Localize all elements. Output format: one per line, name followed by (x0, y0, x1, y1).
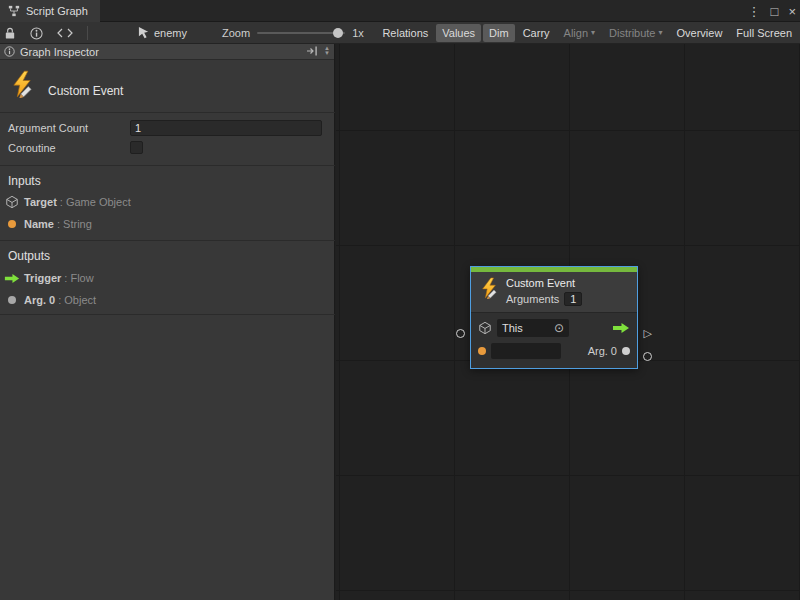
dock-right-icon[interactable] (306, 45, 318, 57)
coroutine-label: Coroutine (8, 142, 56, 154)
node-row-arg: Arg. 0 (478, 341, 630, 361)
divider (0, 112, 335, 113)
relations-label: Relations (382, 27, 428, 39)
target-dropdown[interactable]: This ⊙ (497, 319, 569, 337)
tab-script-graph[interactable]: Script Graph (0, 0, 100, 22)
object-picker-icon[interactable]: ⊙ (554, 322, 564, 334)
unity-script-graph-window: Script Graph ⋮ □ × enemy Zoom 1x (0, 0, 800, 600)
string-port-icon (0, 220, 24, 228)
input-row-name: Name : String (0, 216, 335, 232)
flow-arrow-icon (612, 322, 630, 334)
dim-label: Dim (489, 27, 509, 39)
object-port-icon (0, 296, 24, 304)
carry-label: Carry (523, 27, 550, 39)
custom-event-title: Custom Event (48, 84, 123, 98)
lock-icon[interactable] (4, 27, 16, 40)
target-value: This (502, 322, 523, 334)
argument-count-label: Argument Count (8, 122, 88, 134)
divider (0, 240, 335, 241)
zoom-label: Zoom (222, 27, 250, 39)
custom-event-node[interactable]: Custom Event Arguments 1 This ⊙ (470, 266, 638, 369)
output-row-trigger: Trigger : Flow (0, 270, 335, 286)
coroutine-checkbox[interactable] (130, 141, 143, 154)
port-type: : Flow (64, 272, 93, 284)
toolbar-buttons: Relations Values Dim Carry Align ▾ Distr… (376, 22, 798, 44)
window-controls: ⋮ □ × (748, 0, 796, 22)
chevron-down-icon: ▾ (659, 29, 663, 37)
port-type: : String (57, 218, 92, 230)
port-name: Target (24, 196, 57, 208)
tab-title: Script Graph (26, 5, 88, 17)
flow-output-port[interactable]: ▷ (644, 328, 652, 338)
input-row-target: Target : Game Object (0, 194, 335, 210)
trigger-output[interactable] (612, 322, 630, 334)
argument-count-input[interactable] (130, 120, 322, 136)
cube-icon (478, 321, 492, 335)
graph-canvas[interactable]: Custom Event Arguments 1 This ⊙ (336, 44, 800, 600)
info-icon (4, 46, 15, 57)
code-view-icon[interactable] (57, 28, 73, 38)
flow-arrow-icon (0, 273, 24, 284)
dim-button[interactable]: Dim (483, 24, 515, 42)
script-graph-icon (8, 5, 20, 17)
distribute-label: Distribute (609, 27, 655, 39)
name-input[interactable] (491, 343, 561, 359)
graph-inspector-title: Graph Inspector (20, 46, 99, 58)
values-button[interactable]: Values (436, 24, 481, 42)
divider (0, 165, 335, 166)
port-name: Trigger (24, 272, 61, 284)
arguments-value[interactable]: 1 (564, 292, 582, 306)
node-title: Custom Event (506, 277, 582, 289)
zoom-slider-handle[interactable] (333, 28, 343, 38)
zoom-control: Zoom 1x (222, 22, 364, 44)
align-label: Align (564, 27, 588, 39)
zoom-value: 1x (352, 27, 364, 39)
fullscreen-label: Full Screen (736, 27, 792, 39)
graph-name-group: enemy (138, 22, 187, 44)
toolbar-left-icons (4, 22, 88, 44)
info-toggle-icon[interactable] (30, 27, 43, 40)
align-button[interactable]: Align ▾ (558, 24, 601, 42)
graph-inspector-panel: Graph Inspector ▲ ▼ Custom Event Argumen… (0, 44, 335, 600)
close-icon[interactable]: × (788, 4, 796, 19)
port-type: : Object (58, 294, 96, 306)
inspector-header-controls: ▲ ▼ (306, 45, 330, 57)
value-output-port[interactable] (643, 352, 652, 361)
node-row-target: This ⊙ (478, 318, 630, 338)
spin-down-icon[interactable]: ▼ (324, 51, 330, 56)
flow-input-port[interactable] (456, 329, 465, 338)
maximize-icon[interactable]: □ (771, 4, 779, 19)
arg0-label: Arg. 0 (588, 345, 617, 357)
port-name: Arg. 0 (24, 294, 55, 306)
arguments-label: Arguments (506, 293, 559, 305)
port-type: : Game Object (60, 196, 131, 208)
cube-icon (0, 195, 24, 209)
divider (0, 314, 335, 315)
distribute-button[interactable]: Distribute ▾ (603, 24, 668, 42)
custom-event-header: Custom Event (0, 60, 334, 112)
object-port-icon[interactable] (622, 347, 630, 355)
graph-toolbar: enemy Zoom 1x Relations Values Dim Carry (0, 22, 800, 44)
port-name: Name (24, 218, 54, 230)
graph-inspector-header: Graph Inspector ▲ ▼ (0, 44, 334, 60)
chevron-down-icon: ▾ (591, 29, 595, 37)
toolbar-separator (87, 26, 88, 40)
node-header[interactable]: Custom Event Arguments 1 (471, 272, 637, 312)
output-row-arg0: Arg. 0 : Object (0, 292, 335, 308)
arg0-output: Arg. 0 (588, 345, 630, 357)
window-menu-icon[interactable]: ⋮ (748, 4, 761, 19)
fullscreen-button[interactable]: Full Screen (730, 24, 798, 42)
title-bar: Script Graph ⋮ □ × (0, 0, 800, 22)
carry-button[interactable]: Carry (517, 24, 556, 42)
scroll-spinner[interactable]: ▲ ▼ (324, 46, 330, 56)
overview-label: Overview (677, 27, 723, 39)
pointer-icon (138, 27, 149, 40)
outputs-heading: Outputs (8, 249, 50, 263)
overview-button[interactable]: Overview (671, 24, 729, 42)
inputs-heading: Inputs (8, 174, 41, 188)
relations-button[interactable]: Relations (376, 24, 434, 42)
node-arguments-row: Arguments 1 (506, 292, 582, 306)
string-port-icon[interactable] (478, 347, 486, 355)
zoom-slider[interactable] (257, 32, 345, 34)
values-label: Values (442, 27, 475, 39)
